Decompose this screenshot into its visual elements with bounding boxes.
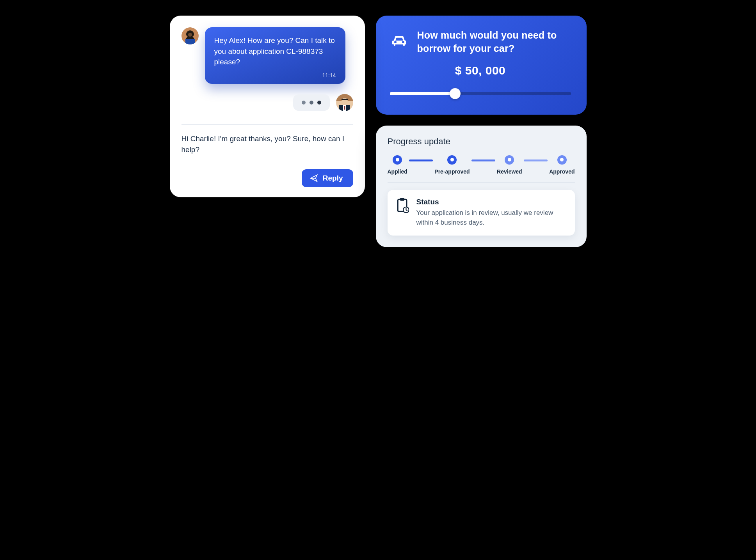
status-heading: Status (416, 198, 566, 206)
clipboard-clock-icon (396, 198, 409, 213)
step-reviewed: Reviewed (497, 155, 522, 175)
avatar-alex (336, 94, 353, 111)
message-row-incoming: Hey Alex! How are you? Can I talk to you… (181, 27, 353, 84)
loan-amount-slider[interactable] (390, 88, 571, 99)
step-label: Approved (549, 168, 575, 175)
step-dot (393, 155, 402, 165)
message-time: 11:14 (214, 72, 336, 78)
step-approved: Approved (549, 155, 575, 175)
step-applied: Applied (388, 155, 407, 175)
step-label: Pre-approved (434, 168, 470, 175)
message-text: Hey Alex! How are you? Can I talk to you… (214, 35, 336, 67)
status-box: Status Your application is in review, us… (388, 190, 575, 236)
svg-rect-9 (344, 106, 345, 110)
step-connector (471, 159, 495, 161)
progress-divider (388, 183, 575, 183)
send-icon (310, 174, 318, 183)
step-preapproved: Pre-approved (434, 155, 470, 175)
step-dot (505, 155, 514, 165)
loan-amount-card: How much would you need to borrow for yo… (376, 16, 587, 115)
compose-divider (181, 124, 353, 125)
reply-button[interactable]: Reply (302, 169, 353, 187)
progress-title: Progress update (388, 136, 575, 147)
step-dot (447, 155, 457, 165)
compose-input[interactable]: Hi Charlie! I'm great thanks, you? Sure,… (181, 133, 353, 165)
progress-steps: Applied Pre-approved Reviewed Approved (388, 155, 575, 175)
typing-dot (302, 101, 306, 105)
message-row-typing (181, 94, 353, 111)
message-bubble: Hey Alex! How are you? Can I talk to you… (205, 27, 345, 84)
step-dot (557, 155, 567, 165)
chat-card: Hey Alex! How are you? Can I talk to you… (170, 16, 365, 197)
typing-dot (317, 101, 321, 105)
svg-point-2 (188, 33, 192, 37)
svg-rect-11 (400, 198, 404, 200)
slider-thumb[interactable] (450, 88, 461, 99)
typing-dot (310, 101, 313, 105)
reply-button-label: Reply (323, 174, 343, 183)
compose-area: Hi Charlie! I'm great thanks, you? Sure,… (181, 111, 353, 187)
progress-card: Progress update Applied Pre-approved Rev… (376, 126, 587, 247)
step-label: Applied (388, 168, 407, 175)
step-label: Reviewed (497, 168, 522, 175)
step-connector (524, 159, 548, 161)
slider-fill (390, 92, 455, 95)
loan-amount-value: $ 50, 000 (390, 64, 571, 77)
typing-indicator (293, 94, 330, 111)
step-connector (409, 159, 433, 161)
avatar-charlie (181, 27, 199, 44)
car-icon (390, 30, 409, 49)
status-body: Your application is in review, usually w… (416, 208, 566, 228)
svg-rect-3 (185, 39, 195, 44)
loan-question: How much would you need to borrow for yo… (417, 29, 571, 55)
